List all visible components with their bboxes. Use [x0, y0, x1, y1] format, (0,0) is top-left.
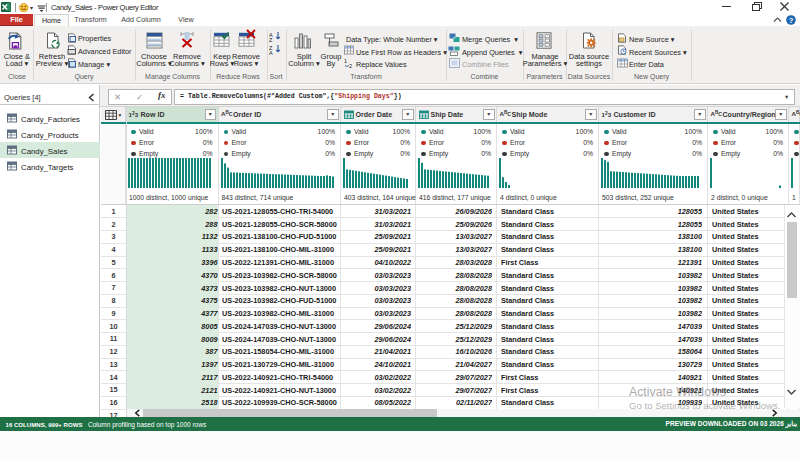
svg-text:Z: Z	[269, 37, 273, 42]
svg-text:A: A	[269, 50, 273, 55]
svg-text:1: 1	[344, 58, 347, 64]
svg-text:2: 2	[349, 63, 352, 68]
svg-text:?: ?	[789, 16, 794, 25]
